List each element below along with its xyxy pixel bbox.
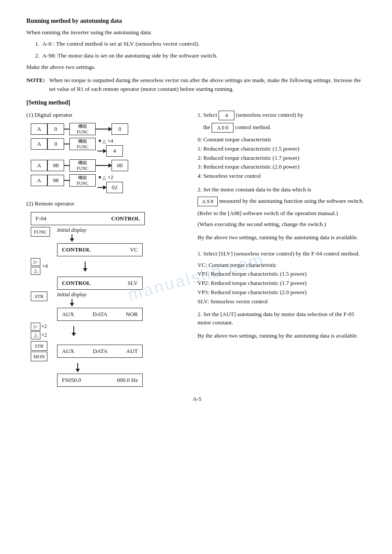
right-step-1: 1. Select 4 (sensorless vector control) … bbox=[198, 111, 368, 181]
str-button-1[interactable]: STR bbox=[31, 291, 47, 301]
vc-0: VC: Constant torque characteristic bbox=[198, 261, 368, 270]
initial-display-2-label: Initial display bbox=[57, 291, 86, 298]
remote-right-step-1: 1. Select [SLV] (sensorless vector contr… bbox=[198, 249, 368, 306]
data-label-2: DATA bbox=[93, 348, 108, 355]
step2-text: 2. Set the motor constant data to the da… bbox=[198, 185, 368, 194]
right-tri-btn-2[interactable]: ▷ bbox=[31, 323, 40, 331]
step2-box: A 9 8 bbox=[198, 197, 218, 206]
str-mon-buttons: STR MON bbox=[31, 341, 47, 361]
func-button[interactable]: FUNC bbox=[31, 227, 50, 237]
step1-middle: (sensorless vector control) by bbox=[234, 112, 303, 118]
dig-out-4: 02 bbox=[106, 182, 123, 193]
char-4: 4: Sensorless vector control bbox=[198, 172, 368, 181]
intro-text: When running the inverter using the auto… bbox=[26, 28, 368, 37]
vc-4: SLV: Sensorless vector control bbox=[198, 297, 368, 306]
initial-display-1-group: Initial display bbox=[57, 227, 86, 241]
remote-step2-text: 2. Set the [AUT] autotuning data by moto… bbox=[198, 310, 368, 327]
down-arrow-5-group bbox=[77, 363, 189, 372]
dig-val-box-2: 0 bbox=[47, 138, 64, 150]
aux-aut-display-group: AUX DATA AUT bbox=[57, 345, 143, 358]
aux-nor-row: AUX DATA NOR bbox=[57, 308, 189, 321]
func-box-1: 機能FUNC bbox=[69, 123, 96, 135]
tri-buttons: ▷ △ bbox=[31, 258, 40, 275]
dig-a-box-3: A bbox=[31, 160, 47, 171]
initial-display-1-label: Initial display bbox=[57, 227, 86, 234]
x2-row: ▷ ×2 △ ×2 bbox=[31, 323, 189, 339]
make-settings: Make the above two settings. bbox=[26, 63, 368, 72]
dig-row-4: A 98 機能FUNC ▼△ ×2 bbox=[31, 174, 189, 193]
setting-method-heading: [Setting method] bbox=[26, 99, 368, 106]
remote-right-step-2: 2. Set the [AUT] autotuning data by moto… bbox=[198, 310, 368, 327]
characteristics-list: 0: Constant torque characteristic 1: Red… bbox=[198, 135, 368, 181]
char-1: 1: Reduced torque characteristic (1.5 po… bbox=[198, 144, 368, 154]
dig-row-2: A 0 機能FUNC ▼△ ×4 bbox=[31, 138, 189, 157]
vc-2: VP2: Reduced torque characteristic (1.7 … bbox=[198, 279, 368, 288]
x4-label: ×4 bbox=[42, 263, 48, 270]
note-block: NOTE: When no torque is outputted during… bbox=[26, 76, 368, 93]
f04-control-label: CONTROL bbox=[111, 215, 140, 222]
x2-label-2: ×2 bbox=[41, 332, 47, 338]
right-step-2: 2. Set the motor constant data to the da… bbox=[198, 185, 368, 229]
f04-row: F-04 CONTROL bbox=[31, 212, 189, 225]
char-3: 3: Reduced torque characteristic (2.0 po… bbox=[198, 162, 368, 172]
dig-a-box-2: A bbox=[31, 138, 47, 150]
page-content: manualslib.com Running method by autotun… bbox=[26, 18, 368, 403]
dig-out-2: 4 bbox=[106, 145, 123, 157]
left-column: (1) Digital operator A 0 機能FUNC 0 bbox=[26, 111, 189, 387]
str-row-1: STR Initial display bbox=[31, 291, 189, 306]
control-slv-val: SLV bbox=[128, 280, 138, 287]
step2-note1: (Refer to the [A98] software switch of t… bbox=[198, 209, 368, 218]
down-arrow-4-group bbox=[60, 326, 74, 336]
step1-line2-prefix: the bbox=[198, 124, 212, 130]
down-arrow-1 bbox=[72, 234, 72, 241]
down-arrow-3 bbox=[72, 299, 72, 306]
aut-val: AUT bbox=[126, 348, 138, 355]
down-arrow-5 bbox=[77, 363, 78, 372]
dig-val-box-4: 98 bbox=[47, 175, 64, 186]
right-column: 1. Select 4 (sensorless vector control) … bbox=[198, 111, 368, 387]
up-tri-btn-2[interactable]: △ bbox=[31, 331, 40, 339]
fs-display-row: FS050.0 000.0 Hz bbox=[57, 374, 189, 387]
right-tri-btn[interactable]: ▷ bbox=[31, 258, 40, 266]
nor-val: NOR bbox=[126, 311, 138, 318]
remote-operator-diagram: F-04 CONTROL FUNC Initial display bbox=[31, 212, 189, 387]
data-label-1: DATA bbox=[93, 311, 108, 318]
fs-label: FS050.0 bbox=[62, 377, 81, 384]
two-column-layout: (1) Digital operator A 0 機能FUNC 0 bbox=[26, 111, 368, 387]
dig-val-box-1: 0 bbox=[47, 123, 64, 135]
aux-aut-row: STR MON AUX DATA AUT bbox=[31, 341, 189, 361]
digital-operator-diagram: A 0 機能FUNC 0 A 0 bbox=[31, 123, 189, 193]
remote-operator-heading: (2) Remote operator bbox=[26, 199, 189, 208]
note-label: NOTE: bbox=[26, 76, 49, 93]
note-text: When no torque is outputted during the s… bbox=[49, 76, 368, 93]
aux-nor-display: AUX DATA NOR bbox=[57, 308, 143, 321]
dig-a-box-1: A bbox=[31, 123, 47, 135]
up-tri-btn[interactable]: △ bbox=[31, 267, 40, 275]
x2-label-1: ×2 bbox=[41, 323, 47, 330]
down-arrow-2 bbox=[85, 262, 86, 271]
func-box-4: 機能FUNC bbox=[69, 174, 96, 187]
control-label-2: CONTROL bbox=[62, 280, 91, 287]
vc-list: VC: Constant torque characteristic VP1: … bbox=[198, 261, 368, 306]
x4-row: ▷ △ ×4 bbox=[31, 258, 189, 275]
list-item-2: 2. A-98: The motor data is set on the au… bbox=[35, 51, 368, 60]
char-0: 0: Constant torque characteristic bbox=[198, 135, 368, 144]
step1-box: 4 bbox=[219, 111, 234, 120]
vc-3: VP3: Reduced torque characteristic (2.0 … bbox=[198, 288, 368, 297]
step1-line2-box: A 0 0 bbox=[212, 123, 234, 133]
dig-out-3: 00 bbox=[111, 160, 128, 171]
page-title: Running method by autotuning data bbox=[26, 18, 368, 25]
step2-middle: measured by the autotuning function usin… bbox=[218, 198, 364, 204]
down-arrow-2-group bbox=[58, 262, 86, 271]
step1-line2-suffix: control method. bbox=[234, 124, 271, 130]
control-label-1: CONTROL bbox=[62, 246, 91, 253]
control-vc-row: CONTROL VC bbox=[57, 243, 189, 256]
by-above-2: By the above two settings, running by th… bbox=[198, 331, 368, 340]
step1-prefix: 1. Select bbox=[198, 112, 219, 118]
func-box-3: 機能FUNC bbox=[69, 159, 96, 172]
control-vc-val: VC bbox=[130, 246, 138, 253]
digital-operator-heading: (1) Digital operator bbox=[26, 111, 189, 119]
aux-label-2: AUX bbox=[62, 348, 74, 355]
mon-button[interactable]: MON bbox=[31, 352, 47, 361]
str-button-2[interactable]: STR bbox=[31, 341, 47, 351]
